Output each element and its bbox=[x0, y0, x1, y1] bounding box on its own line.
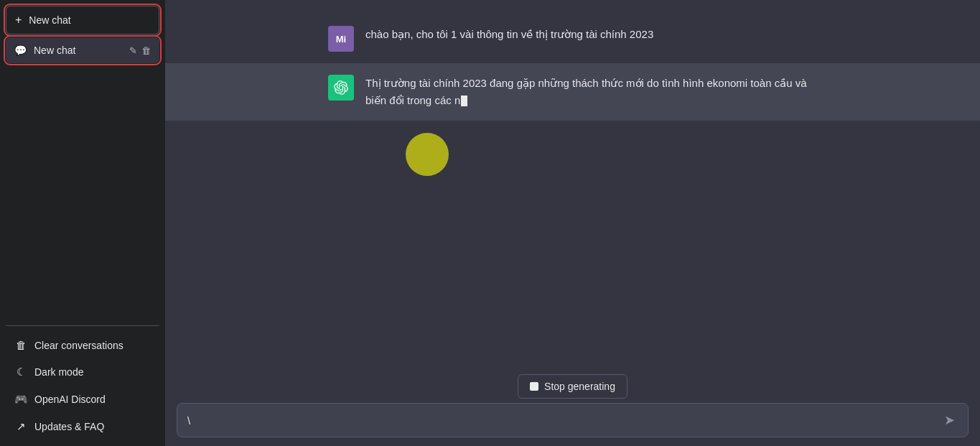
chat-input[interactable] bbox=[187, 414, 941, 427]
user-avatar-initials: Mi bbox=[336, 34, 346, 45]
delete-icon[interactable]: 🗑 bbox=[141, 45, 151, 56]
chat-bubble-icon: 💬 bbox=[14, 45, 27, 56]
chat-item-label: New chat bbox=[34, 45, 75, 56]
chat-list: 💬 New chat ✎ 🗑 bbox=[6, 37, 159, 65]
moon-icon: ☾ bbox=[14, 366, 27, 378]
plus-icon bbox=[15, 14, 22, 27]
sidebar-item-updates-faq[interactable]: ↗ Updates & FAQ bbox=[6, 413, 159, 440]
main-content: Mi chào bạn, cho tôi 1 vài thông tin về … bbox=[165, 0, 980, 446]
messages-area: Mi chào bạn, cho tôi 1 vài thông tin về … bbox=[165, 0, 980, 368]
updates-faq-label: Updates & FAQ bbox=[34, 421, 104, 432]
clear-conversations-label: Clear conversations bbox=[34, 340, 123, 351]
sidebar-bottom: 🗑 Clear conversations ☾ Dark mode 🎮 Open… bbox=[6, 325, 159, 440]
edit-icon[interactable]: ✎ bbox=[129, 45, 137, 56]
assistant-message-content: Thị trường tài chính 2023 đang gặp những… bbox=[365, 75, 817, 109]
external-link-icon: ↗ bbox=[14, 420, 27, 433]
input-area: ➤ bbox=[165, 403, 980, 446]
sidebar-spacer bbox=[6, 65, 159, 325]
openai-discord-label: OpenAI Discord bbox=[34, 394, 106, 405]
assistant-avatar bbox=[328, 75, 354, 101]
typing-cursor bbox=[461, 96, 467, 106]
sidebar: New chat 💬 New chat ✎ 🗑 🗑 Clear conversa… bbox=[0, 0, 165, 446]
stop-icon bbox=[530, 382, 538, 391]
sidebar-item-dark-mode[interactable]: ☾ Dark mode bbox=[6, 358, 159, 386]
sidebar-item-clear-conversations[interactable]: 🗑 Clear conversations bbox=[6, 332, 159, 358]
stop-generating-label: Stop generating bbox=[544, 381, 615, 392]
chat-item-actions: ✎ 🗑 bbox=[129, 45, 151, 56]
send-icon: ➤ bbox=[944, 413, 955, 427]
user-avatar: Mi bbox=[328, 26, 354, 52]
new-chat-button[interactable]: New chat bbox=[6, 6, 159, 34]
dark-mode-label: Dark mode bbox=[34, 366, 83, 378]
user-message-content: chào bạn, cho tôi 1 vài thông tin về thị… bbox=[365, 26, 817, 43]
sidebar-item-openai-discord[interactable]: 🎮 OpenAI Discord bbox=[6, 386, 159, 413]
trash-icon: 🗑 bbox=[14, 339, 27, 351]
discord-icon: 🎮 bbox=[14, 393, 27, 406]
chat-item[interactable]: 💬 New chat ✎ 🗑 bbox=[6, 37, 159, 63]
stop-generating-button[interactable]: Stop generating bbox=[518, 374, 627, 399]
message-assistant: Thị trường tài chính 2023 đang gặp những… bbox=[165, 63, 980, 121]
message-user: Mi chào bạn, cho tôi 1 vài thông tin về … bbox=[165, 14, 980, 63]
chat-item-left: 💬 New chat bbox=[14, 45, 75, 56]
stop-bar: Stop generating bbox=[165, 368, 980, 403]
input-box: ➤ bbox=[177, 403, 969, 437]
new-chat-label: New chat bbox=[29, 14, 70, 26]
send-button[interactable]: ➤ bbox=[941, 412, 958, 428]
